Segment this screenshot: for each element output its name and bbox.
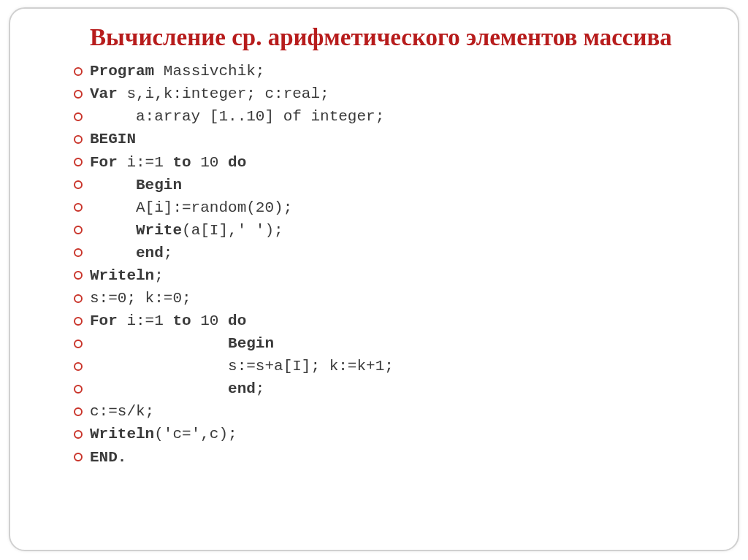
keyword: Writeln: [90, 267, 154, 284]
code-line: Write(a[I],' ');: [72, 219, 703, 242]
keyword: BEGIN: [90, 131, 136, 147]
code-line: Writeln;: [72, 264, 703, 287]
code-line: s:=s+a[I]; k:=k+1;: [72, 355, 703, 377]
code-line: s:=0; k:=0;: [72, 287, 703, 310]
keyword: Writeln: [90, 426, 154, 442]
code-line: end;: [72, 242, 703, 264]
code-line: Begin: [72, 332, 703, 355]
keyword: Program: [90, 63, 154, 80]
slide-title: Вычисление ср. арифметического элементов…: [72, 22, 703, 53]
keyword: For: [90, 154, 118, 171]
code-line: A[i]:=random(20);: [72, 196, 703, 219]
code-line: END.: [72, 446, 703, 469]
slide-card: Вычисление ср. арифметического элементов…: [9, 7, 739, 551]
keyword: For: [90, 312, 118, 329]
keyword: do: [228, 312, 246, 329]
code-line: c:=s/k;: [72, 400, 703, 423]
keyword: Var: [90, 85, 118, 102]
keyword: to: [172, 154, 191, 171]
code-list: Program Massivchik;Var s,i,k:integer; c:…: [72, 60, 703, 468]
code-line: Begin: [72, 174, 703, 196]
keyword: Begin: [228, 335, 274, 352]
code-line: BEGIN: [72, 128, 703, 150]
keyword: do: [228, 154, 246, 171]
keyword: END.: [90, 449, 126, 466]
code-line: For i:=1 to 10 do: [72, 151, 703, 174]
keyword: Begin: [136, 177, 182, 193]
code-line: For i:=1 to 10 do: [72, 310, 703, 332]
keyword: to: [172, 312, 191, 329]
keyword: end: [228, 380, 256, 397]
code-line: a:array [1..10] of integer;: [72, 105, 703, 128]
code-line: Program Massivchik;: [72, 60, 703, 83]
code-line: Var s,i,k:integer; c:real;: [72, 83, 703, 105]
keyword: end: [136, 245, 164, 261]
keyword: Write: [136, 222, 182, 239]
code-line: Writeln('c=',c);: [72, 423, 703, 445]
code-line: end;: [72, 377, 703, 400]
